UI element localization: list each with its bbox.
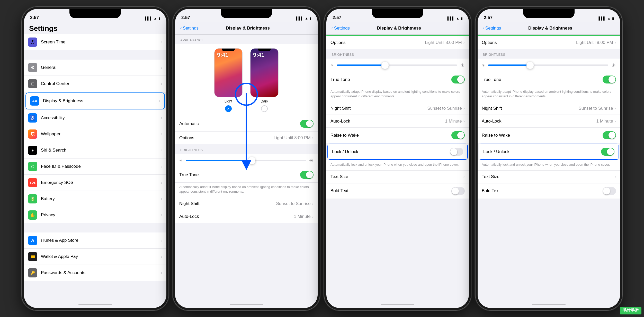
automatic-label: Automatic <box>179 121 300 126</box>
phone-2: 2:57 ▌▌▌ ▲ ▮ ‹ Settings Display & Bright… <box>173 7 320 310</box>
automatic-toggle[interactable] <box>300 120 314 128</box>
brightness-low-icon: ☀ <box>330 63 334 67</box>
phone-4: 2:57 ▌▌▌ ▲ ▮ ‹ Settings Display & Bright… <box>476 7 622 310</box>
settings-item-siri[interactable]: ◈ Siri & Search › <box>24 142 166 158</box>
text-size-row[interactable]: Text Size › <box>326 171 469 183</box>
settings-item-battery[interactable]: 🔋 Battery › <box>24 191 166 207</box>
wallet-icon: 💳 <box>28 252 37 261</box>
control-center-label: Control Center <box>41 81 161 86</box>
status-time: 2:57 <box>181 15 190 20</box>
display-icon: AA <box>30 96 39 106</box>
settings-item-sos[interactable]: SOS Emergency SOS › <box>24 175 166 191</box>
battery-icon-item: 🔋 <box>28 194 37 203</box>
auto-lock-row[interactable]: Auto-Lock 1 Minute › <box>326 115 469 128</box>
text-size-row[interactable]: Text Size › <box>478 171 620 183</box>
home-indicator <box>24 300 166 308</box>
settings-item-itunes[interactable]: A iTunes & App Store › <box>24 232 166 249</box>
chevron-icon: › <box>161 40 162 44</box>
settings-item-faceid[interactable]: ⬡ Face ID & Passcode › <box>24 158 166 175</box>
brightness-slider[interactable] <box>488 64 608 66</box>
appearance-options: 9:41 Light ✓ 9:41 Dark <box>179 48 314 112</box>
settings-item-privacy[interactable]: ✋ Privacy › <box>24 207 166 223</box>
brightness-thumb <box>381 62 389 69</box>
settings-item-display-wrapper: AA Display & Brightness › <box>25 92 165 109</box>
accessibility-label: Accessibility <box>41 115 161 120</box>
siri-icon: ◈ <box>28 146 37 155</box>
wifi-icon: ▲ <box>456 16 459 20</box>
passwords-label: Passwords & Accounts <box>41 270 161 275</box>
phone-3: 2:57 ▌▌▌ ▲ ▮ ‹ Settings Display & Bright… <box>324 7 471 310</box>
auto-lock-label: Auto-Lock <box>482 119 596 124</box>
lock-unlock-toggle[interactable] <box>450 148 463 156</box>
true-tone-toggle[interactable] <box>451 76 465 83</box>
notch <box>523 9 575 18</box>
wallpaper-label: Wallpaper <box>41 132 161 137</box>
brightness-low-icon: ☀ <box>482 63 485 67</box>
light-check: ✓ <box>225 105 232 112</box>
notch <box>372 9 423 18</box>
options-label: Options <box>330 40 425 45</box>
night-shift-row[interactable]: Night Shift Sunset to Sunrise › <box>478 102 620 115</box>
settings-item-wallpaper[interactable]: 🖼 Wallpaper › <box>24 126 166 142</box>
true-tone-toggle[interactable] <box>603 76 616 83</box>
brightness-fill <box>337 64 385 66</box>
options-row[interactable]: Options Light Until 8:00 PM › <box>175 132 318 144</box>
phone-1: 2:57 ▌▌▌ ▲ ▮ Settings ⏱ Screen Time › <box>22 7 168 310</box>
brightness-high-icon: ☀ <box>460 62 465 68</box>
auto-lock-row[interactable]: Auto-Lock 1 Minute › <box>175 210 318 223</box>
brightness-slider-row: ☀ ☀ <box>478 59 620 72</box>
settings-item-screen-time[interactable]: ⏱ Screen Time › <box>24 34 166 50</box>
wifi-icon: ▲ <box>305 16 308 20</box>
brightness-high-icon: ☀ <box>611 62 616 68</box>
options-label: Options <box>179 135 274 141</box>
battery-icon: ▮ <box>158 16 160 20</box>
home-indicator <box>478 300 620 308</box>
night-shift-row[interactable]: Night Shift Sunset to Sunrise › <box>175 197 318 210</box>
nav-title: Display & Brightness <box>334 26 464 31</box>
auto-lock-value: 1 Minute <box>445 119 462 124</box>
screen-time-label: Screen Time <box>41 40 161 45</box>
true-tone-row: True Tone <box>326 72 469 87</box>
brightness-slider[interactable] <box>337 64 457 66</box>
lock-unlock-toggle[interactable] <box>601 148 614 156</box>
options-row-3[interactable]: Options Light Until 8:00 PM › <box>326 36 469 49</box>
brightness-thumb <box>526 62 534 69</box>
signal-icon: ▌▌▌ <box>447 16 454 20</box>
settings-item-control-center[interactable]: ⊞ Control Center › <box>24 76 166 92</box>
brightness-fill <box>186 160 252 161</box>
auto-lock-row[interactable]: Auto-Lock 1 Minute › <box>478 115 620 128</box>
true-tone-toggle[interactable] <box>300 171 314 179</box>
dark-check <box>261 105 268 112</box>
true-tone-row: True Tone <box>175 167 318 183</box>
light-option[interactable]: 9:41 Light ✓ <box>214 48 243 112</box>
true-tone-label: True Tone <box>330 77 451 82</box>
raise-to-wake-toggle[interactable] <box>451 131 465 139</box>
brightness-slider-row: ☀ ☀ <box>175 154 318 167</box>
dark-option[interactable]: 9:41 Dark <box>250 48 279 112</box>
display-content: Options Light Until 8:00 PM › BRIGHTNESS… <box>326 35 469 300</box>
sos-label: Emergency SOS <box>41 180 161 185</box>
light-label: Light <box>225 99 232 103</box>
appearance-header: APPEARANCE <box>175 35 318 44</box>
night-shift-row[interactable]: Night Shift Sunset to Sunrise › <box>326 102 469 115</box>
watermark: 毛竹手游 <box>620 307 641 314</box>
settings-item-accessibility[interactable]: ♿ Accessibility › <box>24 110 166 126</box>
night-shift-label: Night Shift <box>179 201 276 206</box>
settings-item-wallet[interactable]: 💳 Wallet & Apple Pay › <box>24 249 166 265</box>
brightness-slider[interactable] <box>186 160 306 161</box>
display-label: Display & Brightness <box>43 98 159 104</box>
bold-text-toggle[interactable] <box>603 187 616 195</box>
brightness-high-icon: ☀ <box>309 157 314 164</box>
settings-item-passwords[interactable]: 🔑 Passwords & Accounts › <box>24 265 166 281</box>
settings-item-display[interactable]: AA Display & Brightness › <box>26 93 164 109</box>
options-row-4[interactable]: Options Light Until 8:00 PM › <box>478 36 620 49</box>
brightness-header: BRIGHTNESS <box>326 49 469 59</box>
options-value: Light Until 8:00 PM <box>274 135 311 141</box>
raise-to-wake-toggle[interactable] <box>603 131 616 139</box>
bold-text-toggle[interactable] <box>451 187 465 195</box>
settings-item-general[interactable]: ⚙ General › <box>24 60 166 76</box>
settings-title: Settings <box>24 22 166 34</box>
home-indicator <box>175 300 318 308</box>
auto-lock-label: Auto-Lock <box>330 119 445 124</box>
bold-text-row: Bold Text <box>326 183 469 199</box>
